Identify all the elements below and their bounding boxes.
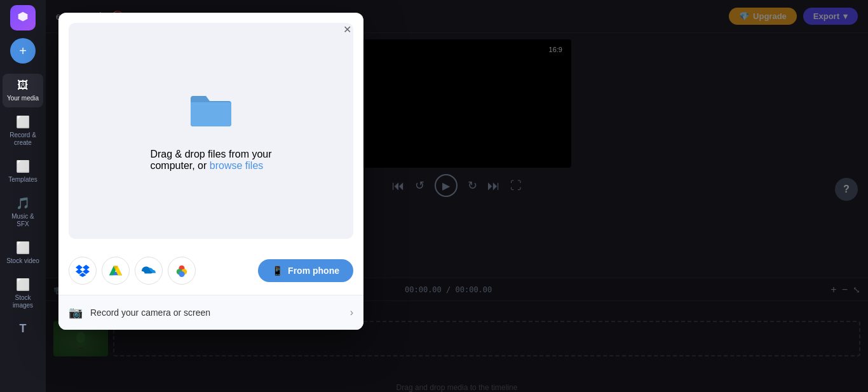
- sidebar-item-label: Stock video: [6, 257, 39, 265]
- from-phone-label: From phone: [288, 266, 339, 276]
- sidebar-item-text[interactable]: T: [3, 317, 43, 341]
- dropbox-icon: [76, 264, 90, 278]
- sidebar-item-record-create[interactable]: ⬜ Record &create: [3, 110, 43, 152]
- your-media-icon: 🖼: [17, 79, 29, 92]
- record-label: Record your camera or screen: [90, 308, 210, 318]
- svg-point-6: [179, 271, 184, 277]
- sidebar-item-music-sfx[interactable]: 🎵 Music & SFX: [3, 191, 43, 233]
- google-drive-icon: [109, 264, 123, 278]
- drop-text-container: Drag & drop files from your computer, or…: [150, 149, 271, 172]
- sidebar-item-stock-video[interactable]: ⬜ Stock video: [3, 236, 43, 270]
- sidebar-item-your-media[interactable]: 🖼 Your media: [3, 74, 43, 107]
- sidebar-item-templates[interactable]: ⬜ Templates: [3, 154, 43, 189]
- file-drop-area[interactable]: Drag & drop files from your computer, or…: [69, 23, 353, 239]
- chevron-right-icon: ›: [350, 307, 353, 318]
- stock-images-icon: ⬜: [16, 278, 30, 292]
- add-media-button[interactable]: +: [10, 38, 36, 64]
- templates-icon: ⬜: [16, 159, 30, 173]
- drop-primary-text: Drag & drop files from your: [150, 149, 271, 159]
- sidebar-item-label: Record &create: [10, 132, 36, 147]
- from-phone-button[interactable]: 📱 From phone: [258, 259, 353, 282]
- record-left: 📷 Record your camera or screen: [69, 306, 210, 320]
- cloud-icons: [69, 257, 196, 285]
- main-content: ed video ⋮ 🚫 💎 Upgrade Export ▾ 16:9: [46, 0, 868, 392]
- folder-svg: [188, 91, 234, 129]
- google-photos-icon: [175, 264, 189, 278]
- app-logo: [10, 5, 36, 30]
- sidebar-item-label: Stock images: [5, 294, 41, 309]
- sidebar-item-label: Your media: [7, 95, 39, 102]
- drop-secondary-text: computer, or: [150, 160, 207, 171]
- sidebar-item-label: Music & SFX: [5, 213, 41, 228]
- close-icon: ✕: [343, 24, 351, 36]
- upload-modal: ✕ Drag & drop files from your computer, …: [58, 13, 363, 330]
- music-sfx-icon: 🎵: [16, 196, 30, 210]
- stock-video-icon: ⬜: [16, 241, 30, 255]
- text-icon: T: [20, 322, 27, 335]
- phone-icon: 📱: [272, 266, 283, 276]
- camera-screen-icon: 📷: [69, 306, 83, 320]
- onedrive-button[interactable]: [135, 257, 163, 285]
- onedrive-icon: [142, 265, 156, 276]
- sidebar-item-label: Templates: [8, 176, 37, 184]
- modal-bottom: 📱 From phone: [58, 249, 363, 295]
- browse-files-link[interactable]: browse files: [210, 160, 263, 171]
- google-drive-button[interactable]: [102, 257, 130, 285]
- folder-icon: [188, 91, 234, 139]
- modal-close-button[interactable]: ✕: [338, 20, 356, 38]
- dropbox-button[interactable]: [69, 257, 97, 285]
- sidebar-item-stock-images[interactable]: ⬜ Stock images: [3, 273, 43, 314]
- google-photos-button[interactable]: [168, 257, 196, 285]
- record-create-icon: ⬜: [16, 115, 30, 129]
- overlay-backdrop: ✕ Drag & drop files from your computer, …: [46, 0, 868, 392]
- sidebar: + 🖼 Your media ⬜ Record &create ⬜ Templa…: [0, 0, 46, 392]
- record-section[interactable]: 📷 Record your camera or screen ›: [58, 295, 363, 330]
